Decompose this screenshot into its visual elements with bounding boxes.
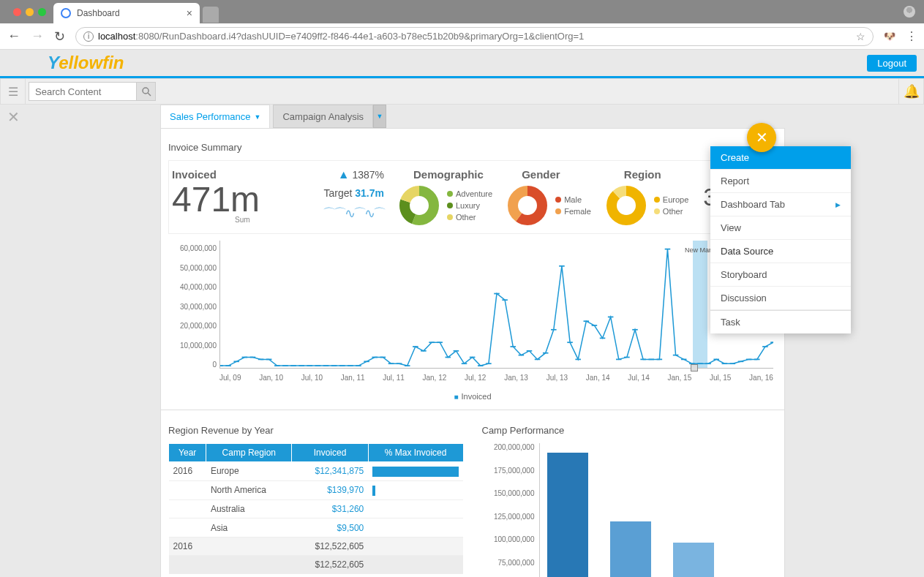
line-legend: Invoiced xyxy=(168,392,777,401)
svg-rect-27 xyxy=(364,361,369,362)
address-bar[interactable]: i localhost:8080/RunDashboard.i4?dashUUI… xyxy=(75,27,874,46)
table-header[interactable]: Invoiced xyxy=(292,444,369,462)
svg-rect-35 xyxy=(429,342,435,343)
bar[interactable] xyxy=(610,521,651,577)
svg-rect-60 xyxy=(632,329,638,331)
svg-rect-51 xyxy=(559,265,565,267)
menu-item-task[interactable]: Task xyxy=(710,310,851,333)
svg-rect-48 xyxy=(535,359,541,361)
donut-gender xyxy=(507,185,548,226)
svg-rect-11 xyxy=(233,361,239,362)
svg-rect-52 xyxy=(567,342,573,343)
table-row[interactable]: Asia$9,500 xyxy=(169,518,464,538)
chart-drag-handle-icon[interactable] xyxy=(691,364,698,372)
window-zoom-icon[interactable] xyxy=(38,8,46,16)
panel-close-icon[interactable]: ✕ xyxy=(7,108,20,126)
menu-item-storyboard[interactable]: Storyboard xyxy=(710,263,851,287)
window-controls[interactable] xyxy=(6,0,53,23)
tab-campaign-analysis[interactable]: Campaign Analysis xyxy=(273,105,373,128)
tab-sales-performance[interactable]: Sales Performance ▼ xyxy=(160,105,270,128)
window-minimize-icon[interactable] xyxy=(26,8,34,16)
section-title-camp-performance: Camp Performance xyxy=(482,425,778,436)
section-title-region-revenue: Region Revenue by Year xyxy=(168,425,464,436)
svg-rect-42 xyxy=(486,363,492,364)
table-header[interactable]: Year xyxy=(169,444,206,462)
brand-logo: Yellowfin xyxy=(48,53,124,73)
new-tab-button[interactable] xyxy=(203,7,219,23)
search-button[interactable] xyxy=(137,82,156,101)
donut-region xyxy=(606,185,647,226)
svg-rect-40 xyxy=(470,357,476,358)
donut-demographic xyxy=(399,185,440,226)
svg-rect-21 xyxy=(315,365,321,366)
svg-rect-61 xyxy=(640,359,646,361)
section-title-invoice-summary: Invoice Summary xyxy=(168,142,777,153)
browser-menu-icon[interactable]: ⋮ xyxy=(906,29,917,43)
legend-female: Female xyxy=(555,207,591,216)
menu-item-view[interactable]: View xyxy=(710,216,851,240)
nav-forward-icon: → xyxy=(31,29,44,44)
svg-rect-66 xyxy=(681,359,687,361)
kpi-gender-label: Gender xyxy=(522,168,560,181)
menu-item-discussion[interactable]: Discussion xyxy=(710,287,851,310)
invoiced-line-chart[interactable]: 60,000,00050,000,00040,000,00030,000,000… xyxy=(168,237,777,391)
kpi-target-delta: ▲ 1387% xyxy=(338,168,384,181)
nav-reload-icon[interactable]: ↻ xyxy=(54,29,65,45)
svg-rect-71 xyxy=(722,363,728,364)
nav-back-icon[interactable]: ← xyxy=(7,29,20,44)
svg-rect-45 xyxy=(510,346,516,347)
chevron-right-icon: ▶ xyxy=(835,201,841,208)
svg-rect-19 xyxy=(298,365,304,366)
table-header[interactable]: Camp Region xyxy=(206,444,292,462)
menu-item-dashboard-tab[interactable]: Dashboard Tab▶ xyxy=(710,193,851,216)
svg-rect-63 xyxy=(657,359,663,361)
create-menu-dropdown[interactable]: CreateReportDashboard Tab▶ViewData Sourc… xyxy=(710,146,851,333)
kpi-invoiced-label: Invoiced xyxy=(172,168,217,181)
table-header[interactable]: % Max Invoiced xyxy=(368,444,463,462)
kpi-invoiced-value: 471m xyxy=(172,182,260,217)
table-row[interactable]: North America$139,970 xyxy=(169,480,464,499)
svg-point-0 xyxy=(143,88,149,94)
site-info-icon[interactable]: i xyxy=(83,31,94,42)
extension-icon[interactable]: 🐶 xyxy=(884,31,895,42)
svg-rect-15 xyxy=(266,359,272,361)
svg-rect-24 xyxy=(339,365,345,366)
svg-rect-23 xyxy=(331,365,337,366)
svg-rect-38 xyxy=(454,350,459,352)
bar[interactable] xyxy=(673,543,714,577)
browser-tab-active[interactable]: Dashboard × xyxy=(53,3,200,23)
tab-close-icon[interactable]: × xyxy=(187,7,192,19)
menu-item-report[interactable]: Report xyxy=(710,170,851,193)
search-input[interactable] xyxy=(29,82,137,101)
chart-highlight-band[interactable] xyxy=(693,241,707,368)
favicon-icon xyxy=(61,8,71,18)
svg-rect-72 xyxy=(730,363,736,364)
svg-rect-9 xyxy=(220,365,223,366)
svg-rect-28 xyxy=(372,357,378,358)
svg-rect-25 xyxy=(348,365,353,366)
camp-performance-bar-chart[interactable]: 200,000,000175,000,000150,000,000125,000… xyxy=(482,443,778,577)
menu-item-create[interactable]: Create xyxy=(710,146,851,170)
kpi-target-value: Target 31.7m xyxy=(323,187,384,199)
line-plot-area[interactable]: New Marketing Cam xyxy=(219,241,773,369)
tab-dropdown-button[interactable]: ▼ xyxy=(373,105,386,128)
window-close-icon[interactable] xyxy=(13,8,21,16)
table-row[interactable]: Australia$31,260 xyxy=(169,499,464,518)
svg-rect-39 xyxy=(462,363,467,364)
bookmark-star-icon[interactable]: ☆ xyxy=(856,31,865,42)
svg-rect-59 xyxy=(624,357,630,358)
menu-close-button[interactable]: ✕ xyxy=(747,123,776,152)
table-row[interactable]: 2016Europe$12,341,875 xyxy=(169,462,464,481)
svg-rect-77 xyxy=(770,342,773,343)
sparkline-icon: ⌒⌒∿⌒∿⌒ xyxy=(323,205,384,222)
logout-button[interactable]: Logout xyxy=(867,55,917,72)
svg-rect-29 xyxy=(380,357,386,358)
bar[interactable] xyxy=(547,453,588,577)
hamburger-menu-icon[interactable]: ☰ xyxy=(1,79,26,104)
chevron-down-icon[interactable]: ▼ xyxy=(255,113,261,121)
menu-item-data-source[interactable]: Data Source xyxy=(710,240,851,263)
notifications-icon[interactable]: 🔔 xyxy=(898,79,923,104)
svg-rect-32 xyxy=(405,365,410,366)
svg-rect-64 xyxy=(665,249,671,250)
profile-avatar-icon[interactable] xyxy=(904,6,915,18)
